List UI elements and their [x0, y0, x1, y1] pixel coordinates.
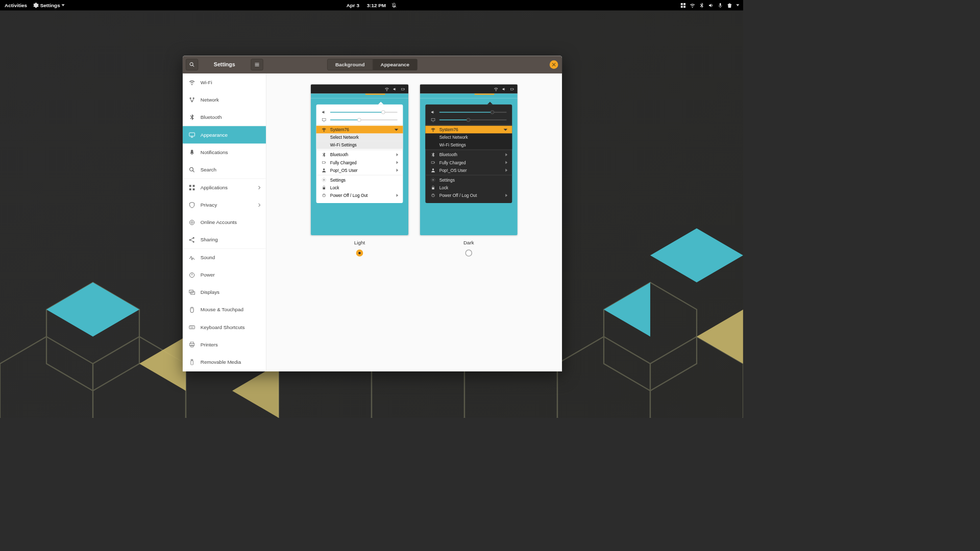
sidebar-item-keyboard[interactable]: Keyboard Shortcuts — [183, 318, 266, 336]
sidebar-item-online-accounts[interactable]: Online Accounts — [183, 214, 266, 231]
radio-light[interactable] — [356, 249, 363, 257]
chevron-right-icon — [505, 161, 507, 164]
sidebar-item-displays[interactable]: Displays — [183, 284, 266, 301]
sidebar-item-label: Applications — [201, 185, 228, 190]
wifi-icon — [431, 127, 435, 132]
svg-point-5 — [190, 97, 191, 99]
svg-point-35 — [324, 179, 325, 180]
close-button[interactable] — [550, 60, 558, 69]
wifi-icon — [494, 87, 498, 91]
power-icon — [189, 272, 195, 278]
svg-rect-11 — [193, 185, 195, 187]
sidebar-item-label: Removable Media — [201, 359, 241, 365]
wifi-icon — [385, 87, 389, 91]
notification-disabled-icon — [391, 3, 397, 8]
sidebar-item-mouse-touchpad[interactable]: Mouse & Touchpad — [183, 301, 266, 318]
shield-icon — [189, 202, 195, 208]
sidebar-item-appearance[interactable]: Appearance — [183, 126, 266, 143]
chevron-right-icon — [396, 161, 398, 164]
printer-icon — [189, 341, 195, 347]
wifi-icon[interactable] — [690, 3, 695, 8]
bluetooth-icon — [189, 114, 195, 120]
chevron-right-icon — [257, 186, 261, 190]
sidebar-item-label: Network — [201, 97, 219, 103]
preview-battery: Fully Charged — [330, 160, 357, 165]
user-icon — [431, 168, 435, 172]
system-menu-chevron-icon[interactable] — [736, 4, 739, 6]
svg-rect-25 — [190, 343, 194, 346]
sidebar-item-wifi[interactable]: Wi-Fi — [183, 73, 266, 91]
at-icon — [189, 219, 195, 226]
svg-rect-41 — [431, 162, 434, 163]
svg-point-15 — [191, 221, 193, 223]
svg-rect-28 — [191, 359, 193, 360]
wifi-icon — [322, 127, 326, 132]
sidebar-item-applications[interactable]: Applications — [183, 179, 266, 196]
preview-select-network: Select Network — [439, 135, 468, 140]
svg-rect-40 — [431, 118, 435, 121]
search-icon — [189, 62, 195, 67]
sidebar-item-notifications[interactable]: Notifications — [183, 143, 266, 161]
volume-icon[interactable] — [708, 3, 714, 8]
svg-rect-39 — [513, 89, 514, 89]
app-menu[interactable]: Settings — [33, 3, 65, 8]
battery-icon — [431, 160, 435, 165]
chevron-right-icon — [257, 203, 261, 207]
usb-icon — [189, 359, 195, 365]
sidebar-item-label: Sharing — [201, 237, 218, 242]
preview-wifi-settings: Wi-Fi Settings — [439, 143, 466, 147]
sidebar-item-removable-media[interactable]: Removable Media — [183, 353, 266, 370]
search-button[interactable] — [186, 59, 198, 70]
svg-rect-27 — [191, 360, 193, 364]
brightness-icon — [431, 118, 435, 122]
svg-rect-12 — [189, 188, 191, 190]
mouse-icon — [189, 307, 195, 313]
lock-icon — [322, 185, 326, 190]
trash-icon[interactable] — [727, 3, 732, 8]
titlebar[interactable]: Settings Background Appearance — [183, 56, 562, 73]
light-preview[interactable]: System76 Select Network Wi-Fi Settings B… — [311, 84, 408, 235]
preview-lock: Lock — [439, 185, 449, 190]
sidebar-item-printers[interactable]: Printers — [183, 336, 266, 353]
gear-icon — [431, 178, 435, 182]
chevron-down-icon — [395, 129, 399, 131]
workspaces-icon[interactable] — [680, 3, 686, 8]
clock[interactable]: Apr 3 3:12 PM — [347, 3, 397, 8]
bluetooth-icon[interactable] — [699, 3, 704, 8]
svg-rect-29 — [402, 88, 404, 90]
lock-icon — [431, 185, 435, 190]
microphone-icon[interactable] — [718, 3, 723, 8]
dark-preview[interactable]: System76 Select Network Wi-Fi Settings B… — [420, 84, 518, 235]
sidebar-item-privacy[interactable]: Privacy — [183, 196, 266, 213]
sidebar-item-search[interactable]: Search — [183, 161, 266, 178]
svg-rect-0 — [681, 3, 683, 5]
search-icon — [189, 166, 195, 172]
sidebar-item-sharing[interactable]: Sharing — [183, 231, 266, 248]
chevron-right-icon — [505, 194, 507, 197]
tab-appearance[interactable]: Appearance — [373, 59, 418, 70]
svg-rect-36 — [323, 187, 325, 189]
sidebar-item-sound[interactable]: Sound — [183, 249, 266, 266]
svg-rect-32 — [322, 162, 325, 163]
svg-rect-23 — [189, 325, 195, 329]
sidebar-item-power[interactable]: Power — [183, 266, 266, 284]
sidebar-item-network[interactable]: Network — [183, 91, 266, 108]
bluetooth-icon — [431, 153, 435, 157]
chevron-right-icon — [396, 153, 398, 156]
wifi-icon — [189, 79, 195, 85]
theme-label-dark: Dark — [463, 240, 474, 245]
hamburger-button[interactable] — [251, 59, 263, 70]
svg-point-43 — [432, 168, 434, 170]
activities-button[interactable]: Activities — [5, 3, 27, 8]
battery-icon — [510, 87, 514, 91]
top-panel: Activities Settings Apr 3 3:12 PM — [0, 0, 743, 10]
sidebar-item-bluetooth[interactable]: Bluetooth — [183, 108, 266, 126]
volume-icon — [393, 87, 397, 91]
svg-rect-8 — [189, 133, 195, 136]
radio-dark[interactable] — [465, 249, 472, 257]
preview-settings: Settings — [330, 178, 346, 182]
tab-background[interactable]: Background — [327, 59, 373, 70]
sidebar-item-label: Privacy — [201, 202, 217, 208]
chevron-right-icon — [396, 194, 398, 197]
theme-option-dark: System76 Select Network Wi-Fi Settings B… — [420, 84, 518, 360]
